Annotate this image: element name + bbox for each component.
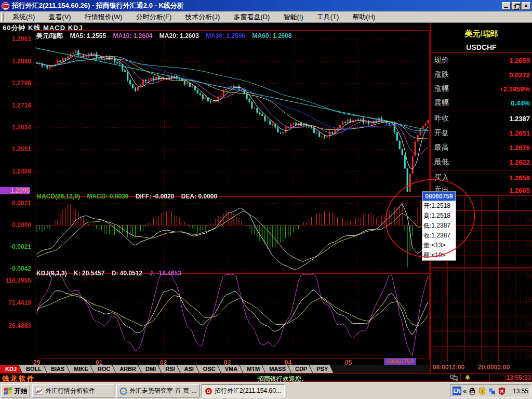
tab-boll[interactable]: BOLL [19, 365, 47, 373]
price-tick: 1.2551 [0, 145, 31, 153]
tab-dmi[interactable]: DMI [138, 365, 161, 373]
date-tick: 01 [96, 359, 102, 366]
cmb-logo-icon [205, 388, 212, 395]
task-forex-analysis[interactable]: 外汇行情分析软件 [32, 384, 114, 397]
bell-icon[interactable] [460, 374, 474, 381]
quote-row: 昨收1.2387 [431, 111, 532, 126]
tab-arbr[interactable]: ARBR [112, 365, 141, 373]
menu-multiwindow[interactable]: 多窗看盘(D) [227, 11, 276, 23]
tab-asi[interactable]: ASI [177, 365, 199, 373]
tooltip-low: 低1.2387 [422, 221, 456, 231]
quote-row: 开盘1.2651 [431, 126, 532, 140]
kdj-tick: 26.4883 [0, 322, 31, 329]
mini-time-label: 08:0012:00 [433, 364, 464, 371]
menu-intraday[interactable]: 分时分析(F) [129, 11, 179, 23]
network-icon[interactable] [447, 374, 460, 381]
j-value: J: -18.4653 [149, 270, 181, 277]
tab-kdj[interactable]: KDJ [0, 365, 22, 373]
menu-smart[interactable]: 智能(I) [276, 11, 310, 23]
taskbar: 开始 外汇行情分析软件 外汇走势研究室-首 页-... 招行外汇2(211.15… [0, 382, 532, 399]
indicator-tab-bar: KDJ BOLL BIAS MIKE ROC ARBR DMI RSI ASI … [0, 365, 430, 373]
tooltip-amount: 额<19> [422, 250, 456, 260]
qq-icon[interactable] [468, 387, 476, 395]
svg-text:!: ! [482, 389, 483, 394]
tray-chevron[interactable]: « [463, 387, 467, 395]
macd-tick: 0.0000 [0, 221, 31, 229]
pair-label: 美元/瑞郎 [36, 32, 63, 39]
dea-value: DEA: 0.0000 [181, 193, 217, 200]
selected-candle-time: 08060759 [384, 358, 416, 365]
task-forex-terminal[interactable]: 招行外汇2(211.154.60... [202, 384, 285, 397]
tooltip-open: 开1.2518 [422, 201, 456, 211]
tab-psy[interactable]: PSY [309, 365, 333, 373]
macd-tick: -0.0021 [0, 243, 31, 250]
kdj-tick: 116.3955 [0, 277, 31, 284]
kdj-title: KDJ(9,3,3) [36, 270, 67, 277]
tooltip-time: 08060759 [422, 192, 456, 201]
quote-row: 震幅0.44% [431, 96, 532, 110]
start-button[interactable]: 开始 [1, 384, 30, 397]
menu-technical[interactable]: 技术分析(J) [178, 11, 227, 23]
macd-tick: -0.0042 [0, 265, 31, 272]
ma60-value: MA60: 1.2608 [252, 32, 292, 39]
date-tick: 29 [33, 359, 40, 366]
macd-value: MACD: 0.0039 [87, 193, 128, 200]
close-icon[interactable]: × [522, 2, 530, 10]
brand-logo: 钱龙软件 [2, 374, 35, 383]
chart-app-icon [35, 388, 43, 395]
date-tick: 04 [285, 359, 291, 366]
system-tray: EN « ! 13:55 [450, 384, 531, 397]
window-title: 招行外汇2(211.154.60.26) - 招商银行外汇通2.0 - K线分析 [12, 1, 501, 10]
yellow-shield-icon[interactable]: ! [478, 387, 486, 395]
quote-row: 最低1.2622 [431, 155, 532, 169]
quote-row: 涨跌0.0272 [431, 68, 532, 82]
menu-grip[interactable] [1, 13, 4, 21]
current-price-marker: 1.2395 [0, 187, 30, 194]
k-value: K: 20.5457 [74, 270, 104, 277]
minimize-button[interactable] [502, 2, 511, 10]
tooltip-volume: 量<13> [422, 241, 456, 250]
tab-mtm[interactable]: MTM [240, 365, 265, 373]
menu-help[interactable]: 帮助(H) [345, 11, 382, 23]
menu-quotes[interactable]: 行情报价(W) [78, 11, 129, 23]
price-tick: 1.2634 [0, 124, 31, 131]
restore-button[interactable] [512, 2, 521, 10]
red-shield-icon[interactable] [498, 387, 506, 395]
price-tick: 1.2469 [0, 168, 31, 175]
tab-mike[interactable]: MIKE [66, 365, 94, 373]
menu-system[interactable]: 系统(S) [6, 11, 42, 23]
messenger-icon[interactable] [488, 387, 496, 395]
tooltip-close: 收1.2387 [422, 231, 456, 241]
application-window: 招行外汇2(211.154.60.26) - 招商银行外汇通2.0 - K线分析… [0, 0, 532, 399]
task-browser[interactable]: 外汇走势研究室-首 页-... [116, 384, 200, 397]
price-tick: 1.2716 [0, 102, 31, 109]
windows-logo-icon [4, 387, 12, 395]
macd-title: MACD(26,12,9) [36, 193, 80, 200]
price-tick: 1.2963 [0, 35, 31, 43]
menu-tools[interactable]: 工具(T) [310, 11, 346, 23]
tab-roc[interactable]: ROC [90, 365, 115, 373]
date-tick: 05 [345, 359, 352, 366]
quote-header: 美元/瑞郎 USDCHF [431, 23, 532, 51]
candle-tooltip: 08060759 开1.2518 高1.2518 低1.2387 收1.2387… [422, 191, 456, 261]
price-tick: 1.2880 [0, 58, 31, 65]
ie-icon [119, 388, 127, 395]
macd-info-row: MACD(26,12,9) MACD: 0.0039 DIFF: -0.0020… [36, 193, 222, 200]
status-clock: 13:55:33 [505, 374, 532, 381]
quote-row: 最高1.2676 [431, 140, 532, 155]
kdj-tick: 71.4419 [0, 299, 31, 307]
language-indicator[interactable]: EN [453, 387, 461, 395]
ma30-value: MA30: 1.2596 [206, 32, 245, 39]
menu-view[interactable]: 查看(V) [42, 11, 77, 23]
quote-row: 现价1.2659 [431, 53, 532, 68]
taskbar-clock: 13:55 [513, 388, 528, 395]
tooltip-high: 高1.2518 [422, 211, 456, 221]
ma20-value: MA20: 1.2603 [159, 32, 199, 39]
app-icon [2, 2, 9, 10]
date-tick: 03 [224, 359, 231, 366]
tab-bias[interactable]: BIAS [44, 365, 70, 373]
scrolling-message: 招商银行欢迎您。 [258, 375, 308, 383]
ma10-value: MA10: 1.2604 [113, 32, 152, 39]
tab-osc[interactable]: OSC [196, 365, 221, 373]
mini-time-label: 20:0000:00 [478, 364, 510, 371]
